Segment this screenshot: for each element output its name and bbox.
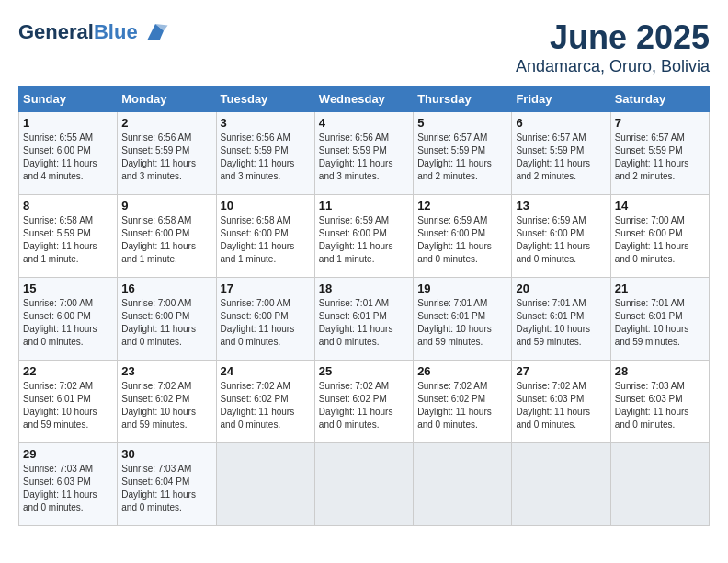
day-info: Sunrise: 7:01 AM Sunset: 6:01 PM Dayligh… [615,297,705,349]
calendar-cell: 5Sunrise: 6:57 AM Sunset: 5:59 PM Daylig… [414,112,512,195]
col-tuesday: Tuesday [216,86,314,112]
month-title: June 2025 [516,18,710,57]
day-number: 11 [319,199,409,213]
col-friday: Friday [512,86,610,112]
calendar-cell: 21Sunrise: 7:01 AM Sunset: 6:01 PM Dayli… [610,278,709,361]
day-info: Sunrise: 7:00 AM Sunset: 6:00 PM Dayligh… [23,297,113,349]
calendar-cell: 23Sunrise: 7:02 AM Sunset: 6:02 PM Dayli… [118,361,216,443]
calendar-cell: 8Sunrise: 6:58 AM Sunset: 5:59 PM Daylig… [19,195,118,278]
calendar-table: Sunday Monday Tuesday Wednesday Thursday… [18,86,710,526]
col-saturday: Saturday [610,86,709,112]
logo-text: GeneralBlue [18,21,138,43]
day-number: 21 [615,282,705,295]
day-info: Sunrise: 7:02 AM Sunset: 6:02 PM Dayligh… [417,380,507,431]
day-number: 29 [23,447,113,461]
day-info: Sunrise: 6:57 AM Sunset: 5:59 PM Dayligh… [615,132,705,183]
day-info: Sunrise: 6:58 AM Sunset: 6:00 PM Dayligh… [121,214,211,266]
day-number: 23 [121,364,211,378]
day-info: Sunrise: 7:02 AM Sunset: 6:02 PM Dayligh… [319,380,409,431]
calendar-cell: 10Sunrise: 6:58 AM Sunset: 6:00 PM Dayli… [216,195,314,278]
calendar-cell: 11Sunrise: 6:59 AM Sunset: 6:00 PM Dayli… [314,195,413,278]
calendar-cell: 30Sunrise: 7:03 AM Sunset: 6:04 PM Dayli… [118,443,216,526]
calendar-cell: 22Sunrise: 7:02 AM Sunset: 6:01 PM Dayli… [19,361,118,443]
day-info: Sunrise: 7:00 AM Sunset: 6:00 PM Dayligh… [121,297,211,349]
day-info: Sunrise: 6:58 AM Sunset: 6:00 PM Dayligh… [221,214,311,266]
day-number: 26 [417,364,507,378]
calendar-cell: 1Sunrise: 6:55 AM Sunset: 6:00 PM Daylig… [19,112,118,195]
day-number: 3 [221,116,311,130]
empty-cell [414,443,512,526]
calendar-cell: 19Sunrise: 7:01 AM Sunset: 6:01 PM Dayli… [414,278,512,361]
day-info: Sunrise: 6:57 AM Sunset: 5:59 PM Dayligh… [417,132,507,183]
calendar-row: 1Sunrise: 6:55 AM Sunset: 6:00 PM Daylig… [19,112,710,195]
day-info: Sunrise: 7:03 AM Sunset: 6:04 PM Dayligh… [121,463,211,514]
calendar-cell: 26Sunrise: 7:02 AM Sunset: 6:02 PM Dayli… [414,361,512,443]
title-block: June 2025 Andamarca, Oruro, Bolivia [516,18,710,76]
calendar-row: 29Sunrise: 7:03 AM Sunset: 6:03 PM Dayli… [19,443,710,526]
day-number: 2 [121,116,211,130]
day-number: 19 [417,282,507,295]
empty-cell [512,443,610,526]
col-thursday: Thursday [414,86,512,112]
calendar-cell: 6Sunrise: 6:57 AM Sunset: 5:59 PM Daylig… [512,112,610,195]
col-monday: Monday [118,86,216,112]
day-info: Sunrise: 6:56 AM Sunset: 5:59 PM Dayligh… [221,132,311,183]
calendar-cell: 20Sunrise: 7:01 AM Sunset: 6:01 PM Dayli… [512,278,610,361]
calendar-cell: 18Sunrise: 7:01 AM Sunset: 6:01 PM Dayli… [314,278,413,361]
calendar-cell: 13Sunrise: 6:59 AM Sunset: 6:00 PM Dayli… [512,195,610,278]
page-header: GeneralBlue June 2025 Andamarca, Oruro, … [18,18,710,76]
day-info: Sunrise: 7:00 AM Sunset: 6:00 PM Dayligh… [221,297,311,349]
day-info: Sunrise: 6:56 AM Sunset: 5:59 PM Dayligh… [121,132,211,183]
day-info: Sunrise: 7:03 AM Sunset: 6:03 PM Dayligh… [23,463,113,514]
empty-cell [610,443,709,526]
logo: GeneralBlue [18,18,169,46]
day-number: 17 [221,282,311,295]
day-info: Sunrise: 7:00 AM Sunset: 6:00 PM Dayligh… [615,214,705,266]
calendar-cell: 9Sunrise: 6:58 AM Sunset: 6:00 PM Daylig… [118,195,216,278]
calendar-row: 15Sunrise: 7:00 AM Sunset: 6:00 PM Dayli… [19,278,710,361]
day-number: 24 [221,364,311,378]
day-number: 28 [615,364,705,378]
calendar-cell: 29Sunrise: 7:03 AM Sunset: 6:03 PM Dayli… [19,443,118,526]
day-number: 7 [615,116,705,130]
day-info: Sunrise: 7:02 AM Sunset: 6:02 PM Dayligh… [221,380,311,431]
day-number: 6 [516,116,606,130]
calendar-row: 8Sunrise: 6:58 AM Sunset: 5:59 PM Daylig… [19,195,710,278]
calendar-cell: 2Sunrise: 6:56 AM Sunset: 5:59 PM Daylig… [118,112,216,195]
day-info: Sunrise: 6:59 AM Sunset: 6:00 PM Dayligh… [417,214,507,266]
day-number: 16 [121,282,211,295]
day-number: 15 [23,282,113,295]
day-info: Sunrise: 6:56 AM Sunset: 5:59 PM Dayligh… [319,132,409,183]
calendar-cell: 14Sunrise: 7:00 AM Sunset: 6:00 PM Dayli… [610,195,709,278]
day-info: Sunrise: 7:03 AM Sunset: 6:03 PM Dayligh… [615,380,705,431]
empty-cell [216,443,314,526]
day-info: Sunrise: 7:02 AM Sunset: 6:02 PM Dayligh… [121,380,211,431]
calendar-cell: 24Sunrise: 7:02 AM Sunset: 6:02 PM Dayli… [216,361,314,443]
calendar-cell: 27Sunrise: 7:02 AM Sunset: 6:03 PM Dayli… [512,361,610,443]
empty-cell [314,443,413,526]
day-number: 20 [516,282,606,295]
day-number: 8 [23,199,113,213]
calendar-cell: 28Sunrise: 7:03 AM Sunset: 6:03 PM Dayli… [610,361,709,443]
day-info: Sunrise: 6:57 AM Sunset: 5:59 PM Dayligh… [516,132,606,183]
day-number: 1 [23,116,113,130]
day-info: Sunrise: 7:01 AM Sunset: 6:01 PM Dayligh… [516,297,606,349]
calendar-cell: 4Sunrise: 6:56 AM Sunset: 5:59 PM Daylig… [314,112,413,195]
logo-icon [142,18,169,46]
calendar-cell: 12Sunrise: 6:59 AM Sunset: 6:00 PM Dayli… [414,195,512,278]
calendar-cell: 16Sunrise: 7:00 AM Sunset: 6:00 PM Dayli… [118,278,216,361]
day-info: Sunrise: 7:02 AM Sunset: 6:03 PM Dayligh… [516,380,606,431]
day-info: Sunrise: 7:01 AM Sunset: 6:01 PM Dayligh… [417,297,507,349]
day-number: 18 [319,282,409,295]
day-number: 22 [23,364,113,378]
day-number: 9 [121,199,211,213]
day-number: 13 [516,199,606,213]
day-info: Sunrise: 6:55 AM Sunset: 6:00 PM Dayligh… [23,132,113,183]
day-number: 4 [319,116,409,130]
day-number: 14 [615,199,705,213]
day-info: Sunrise: 6:59 AM Sunset: 6:00 PM Dayligh… [516,214,606,266]
calendar-cell: 25Sunrise: 7:02 AM Sunset: 6:02 PM Dayli… [314,361,413,443]
calendar-cell: 15Sunrise: 7:00 AM Sunset: 6:00 PM Dayli… [19,278,118,361]
day-number: 30 [121,447,211,461]
day-number: 12 [417,199,507,213]
